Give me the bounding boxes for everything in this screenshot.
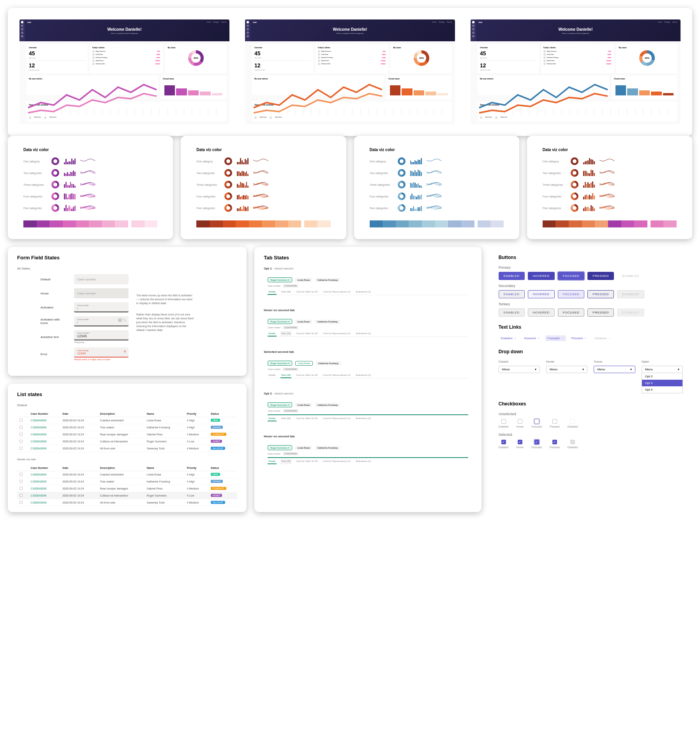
text-link-pr[interactable]: Pressed — [569, 335, 589, 341]
client-row[interactable]: Linda RoweIntake — [318, 53, 386, 56]
input-error[interactable]: Case number12345⊘ — [74, 347, 129, 358]
client-row[interactable]: Gabriel PiresConduct — [318, 60, 386, 62]
breadcrumb-pill[interactable]: Roger Summers ▾ — [268, 319, 292, 324]
client-row[interactable]: Roger SummersNew — [543, 50, 612, 53]
tertiary-button-en[interactable]: ENABLED — [499, 308, 525, 317]
tab[interactable]: Cost for Claim for 20 — [295, 289, 318, 295]
tab[interactable]: Cost for Claim for 20 — [295, 331, 318, 336]
tab[interactable]: Extensions (1) — [355, 289, 372, 295]
text-link-hv[interactable]: Hovered — [522, 335, 542, 341]
dropdown-option[interactable]: Opt 3 — [642, 380, 682, 386]
breadcrumb-pill[interactable]: Katherine Forsberg — [315, 446, 340, 450]
table-row[interactable]: CS000480962020-09-02 19:24Collision at i… — [17, 438, 237, 445]
tab[interactable]: Extensions (1) — [355, 416, 372, 421]
row-checkbox[interactable] — [19, 426, 23, 429]
row-checkbox[interactable] — [19, 447, 23, 450]
primary-button-ds[interactable]: DISABLED — [617, 272, 644, 280]
tab[interactable]: Task (18) — [280, 416, 292, 421]
table-row[interactable]: CS000480962020-09-02 19:24Cracked windsh… — [17, 471, 237, 478]
breadcrumb-pill[interactable]: Linda Rowe — [295, 320, 312, 324]
client-row[interactable]: Sweeney ToddConduct — [543, 63, 612, 65]
dropdown-focus[interactable]: Menu▾ — [594, 366, 635, 373]
checkbox-checked-fc[interactable]: ✓ — [534, 440, 539, 444]
checkbox-checked-ds[interactable]: ✓ — [570, 440, 575, 444]
breadcrumb-pill[interactable]: Katherine Forsberg — [315, 278, 340, 282]
tertiary-button-hv[interactable]: HOVERED — [528, 308, 555, 317]
primary-button-pr[interactable]: PRESSED — [587, 272, 614, 280]
tertiary-button-pr[interactable]: PRESSED — [587, 308, 614, 317]
row-checkbox[interactable] — [19, 480, 23, 483]
row-checkbox[interactable] — [19, 501, 23, 504]
checkbox-unchecked-hv[interactable] — [518, 419, 522, 424]
dropdown-option[interactable]: Opt 4 — [642, 386, 682, 393]
dropdown-hover[interactable]: Menu▾ — [546, 366, 587, 373]
breadcrumb-pill[interactable]: Katherine Forsberg — [315, 320, 340, 324]
input-activated-icons[interactable]: Case number| — [74, 316, 129, 326]
tab[interactable]: Extensions (1) — [355, 373, 372, 378]
client-row[interactable]: Roger SummersNew — [318, 50, 386, 53]
tab[interactable]: Details — [268, 416, 276, 421]
table-row[interactable]: CS000480962020-09-02 19:24Tree snake!Kat… — [17, 424, 237, 431]
primary-button-en[interactable]: ENABLED — [499, 272, 525, 280]
tab[interactable]: Task (18) — [280, 459, 292, 464]
checkbox-unchecked-ds[interactable] — [570, 419, 575, 424]
checkbox-checked-hv[interactable]: ✓ — [518, 440, 522, 444]
tab[interactable]: Details — [268, 289, 276, 295]
client-row[interactable]: Linda RoweIntake — [92, 53, 161, 56]
table-row[interactable]: CS000480962020-09-02 19:24Rear bumper da… — [17, 431, 237, 438]
secondary-button-hv[interactable]: HOVERED — [528, 290, 555, 298]
row-checkbox[interactable] — [19, 419, 23, 422]
table-row[interactable]: CS000480962020-09-02 19:24Tree snake!Kat… — [17, 478, 237, 485]
breadcrumb-pill[interactable]: Roger Summers ▾ — [268, 361, 292, 366]
breadcrumb-pill[interactable]: Linda Rowe — [295, 361, 313, 366]
primary-button-hv[interactable]: HOVERED — [528, 272, 555, 280]
tab[interactable]: Details — [268, 373, 276, 378]
checkbox-checked-en[interactable]: ✓ — [501, 440, 506, 444]
checkbox-checked-pr[interactable]: ✓ — [552, 440, 557, 444]
breadcrumb-pill[interactable]: Katherine Forsberg — [316, 361, 340, 365]
secondary-button-en[interactable]: ENABLED — [499, 290, 525, 298]
tab[interactable]: Task (18) — [280, 373, 292, 378]
client-row[interactable]: Katherine ForsbergIntake — [543, 56, 612, 59]
client-row[interactable]: Sweeney ToddConduct — [318, 63, 386, 65]
tab[interactable]: Details — [268, 331, 276, 336]
checkbox-unchecked-pr[interactable] — [552, 419, 557, 424]
checkbox-unchecked-fc[interactable] — [534, 419, 539, 424]
secondary-button-pr[interactable]: PRESSED — [587, 290, 614, 298]
text-link-ds[interactable]: Disabled — [592, 335, 613, 341]
tab[interactable]: Cost for Claim for 20 — [295, 373, 318, 378]
breadcrumb-pill[interactable]: Roger Summers ▾ — [268, 445, 292, 450]
primary-button-fc[interactable]: FOCUSED — [558, 272, 585, 280]
secondary-button-ds[interactable]: DISABLED — [617, 290, 644, 298]
client-row[interactable]: Katherine ForsbergIntake — [318, 56, 386, 59]
breadcrumb-pill[interactable]: Katherine Forsberg — [315, 403, 340, 407]
client-row[interactable]: Sweeney ToddConduct — [92, 63, 161, 65]
tab[interactable]: Cost for Payout person (1) — [322, 416, 351, 421]
table-row[interactable]: CS000480962020-09-02 19:24Collision at i… — [17, 492, 237, 499]
client-row[interactable]: Gabriel PiresConduct — [92, 60, 161, 62]
input-assist[interactable]: Case number*12345 — [74, 330, 129, 340]
row-checkbox[interactable] — [19, 494, 23, 497]
row-checkbox[interactable] — [19, 440, 23, 443]
input-activated[interactable]: Case number| — [74, 302, 129, 312]
table-row[interactable]: CS000480962020-09-02 19:24Rear bumper da… — [17, 485, 237, 492]
tertiary-button-fc[interactable]: FOCUSED — [558, 308, 585, 317]
tab[interactable]: Cost for Payout person (1) — [322, 331, 351, 336]
row-checkbox[interactable] — [19, 473, 23, 476]
client-row[interactable]: Roger SummersNew — [92, 50, 161, 53]
text-link-fc[interactable]: Focused — [545, 335, 566, 341]
tab[interactable]: Task (18) — [280, 331, 292, 336]
breadcrumb-pill[interactable]: Roger Summers ▾ — [268, 402, 292, 407]
dropdown-option[interactable]: Opt 2 — [642, 373, 682, 380]
tertiary-button-ds[interactable]: DISABLED — [617, 308, 644, 317]
tab[interactable]: Extensions (1) — [355, 331, 372, 336]
tab[interactable]: Cost for Claim for 20 — [295, 459, 318, 464]
breadcrumb-pill[interactable]: Roger Summers ▾ — [268, 277, 292, 282]
secondary-button-fc[interactable]: FOCUSED — [558, 290, 585, 298]
checkbox-unchecked-en[interactable] — [501, 419, 506, 424]
client-row[interactable]: Gabriel PiresConduct — [543, 60, 612, 62]
row-checkbox[interactable] — [19, 487, 23, 490]
breadcrumb-pill[interactable]: Linda Rowe — [295, 403, 312, 407]
table-row[interactable]: CS000480962020-09-02 19:24Cracked windsh… — [17, 417, 237, 424]
tab[interactable]: Extensions (1) — [355, 459, 372, 464]
